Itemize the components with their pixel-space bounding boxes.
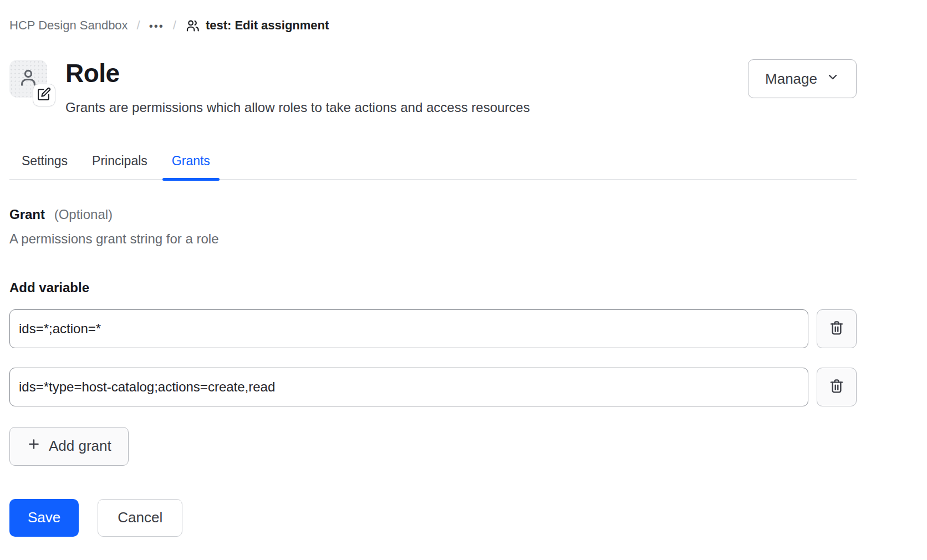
grants-section: Grant (Optional) A permissions grant str… [9,207,857,466]
title-block: Role Grants are permissions which allow … [65,58,748,116]
tab-bar: Settings Principals Grants [9,152,857,180]
delete-grant-button-2[interactable] [817,368,857,406]
grant-string-input-2[interactable] [9,368,808,406]
role-edit-page: HCP Design Sandbox / ••• / test: Edit as… [0,0,927,537]
breadcrumb-separator: / [137,18,140,33]
grant-field-label-row: Grant (Optional) [9,207,857,222]
form-actions: Save Cancel [9,499,857,537]
cancel-button[interactable]: Cancel [98,499,182,537]
manage-button[interactable]: Manage [748,59,857,98]
users-icon [185,18,200,33]
grant-optional-label: (Optional) [54,207,113,222]
breadcrumb-item-hcp-design-sandbox[interactable]: HCP Design Sandbox [9,18,128,33]
delete-grant-button-1[interactable] [817,309,857,348]
add-grant-button-label: Add grant [49,437,111,455]
tab-grants[interactable]: Grants [160,152,222,179]
page-subtitle: Grants are permissions which allow roles… [65,99,748,116]
plus-icon [27,437,41,455]
breadcrumb-current-label: test: Edit assignment [206,18,329,33]
chevron-down-icon [826,70,839,88]
manage-button-label: Manage [765,70,817,88]
avatar-edit-badge [33,84,55,106]
breadcrumb-ellipsis[interactable]: ••• [149,19,164,33]
trash-icon [828,377,845,396]
trash-icon [828,319,845,338]
tab-settings[interactable]: Settings [9,152,80,179]
edit-pencil-icon [37,87,51,103]
add-grant-button[interactable]: Add grant [9,427,129,466]
page-header: Role Grants are permissions which allow … [9,58,857,116]
breadcrumb-item-current: test: Edit assignment [185,18,329,33]
grant-string-input-1[interactable] [9,309,808,348]
breadcrumb-separator: / [173,18,176,33]
save-button[interactable]: Save [9,499,79,537]
grant-row [9,309,857,348]
grant-row [9,368,857,406]
add-variable-label: Add variable [9,280,857,296]
grant-field-label: Grant [9,207,45,222]
tab-principals[interactable]: Principals [80,152,160,179]
page-title: Role [65,58,748,90]
grant-field-description: A permissions grant string for a role [9,231,857,247]
breadcrumb: HCP Design Sandbox / ••• / test: Edit as… [9,17,857,34]
role-avatar [9,60,47,98]
